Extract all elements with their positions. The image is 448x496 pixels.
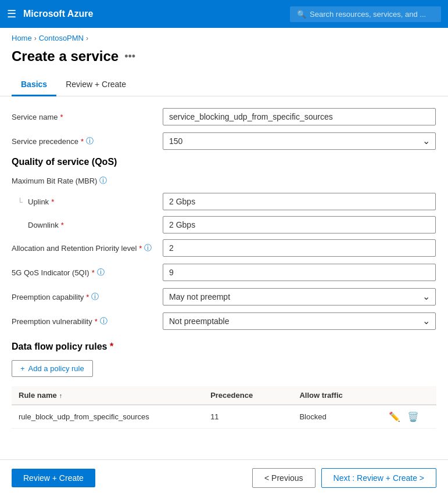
tabs-bar: Basics Review + Create	[0, 74, 448, 96]
alloc-label: Allocation and Retention Priority level …	[12, 243, 163, 253]
breadcrumb-sep2: ›	[86, 34, 88, 42]
preemption-vuln-info-icon[interactable]: ⓘ	[100, 316, 107, 326]
service-name-required: *	[60, 113, 63, 121]
topbar: ☰ Microsoft Azure 🔍	[0, 0, 448, 28]
previous-button[interactable]: < Previous	[252, 468, 316, 488]
preemption-vuln-label: Preemption vulnerability * ⓘ	[12, 316, 163, 326]
qos-section-title: Quality of service (QoS)	[12, 157, 436, 167]
rules-table-body: rule_block_udp_from_specific_sources 11 …	[12, 405, 436, 429]
preemption-cap-control: May not preempt May preempt	[163, 288, 436, 305]
rule-traffic-cell: Blocked	[292, 405, 381, 429]
add-rule-label: Add a policy rule	[28, 364, 84, 373]
service-name-row: Service name *	[12, 108, 436, 125]
preemption-cap-label: Preemption capability * ⓘ	[12, 292, 163, 302]
service-name-input[interactable]	[163, 108, 436, 125]
col-header-rule-name[interactable]: Rule name ↑	[12, 386, 203, 405]
preemption-vuln-row: Preemption vulnerability * ⓘ Not preempt…	[12, 312, 436, 330]
qos-indicator-control	[163, 264, 436, 281]
breadcrumb: Home › ContosoPMN ›	[0, 28, 448, 46]
preemption-vuln-required: *	[95, 317, 98, 326]
alloc-control	[163, 239, 436, 257]
rules-table-header: Rule name ↑ Precedence Allow traffic	[12, 386, 436, 405]
page-header: Create a service •••	[0, 46, 448, 74]
sort-arrow-name: ↑	[59, 392, 63, 399]
policy-rules-title: Data flow policy rules *	[12, 342, 436, 352]
service-name-control	[163, 108, 436, 125]
qos-indicator-required: *	[92, 268, 95, 277]
uplink-row: Uplink *	[12, 193, 436, 210]
alloc-input[interactable]	[163, 239, 436, 257]
review-create-button-bottom[interactable]: Review + Create	[12, 469, 95, 487]
next-review-create-button[interactable]: Next : Review + Create >	[321, 468, 436, 488]
tab-basics[interactable]: Basics	[12, 74, 56, 96]
col-header-allow-traffic[interactable]: Allow traffic	[292, 386, 381, 405]
add-policy-rule-button[interactable]: + Add a policy rule	[12, 360, 93, 377]
edit-rule-icon[interactable]: ✏️	[389, 411, 400, 422]
qos-indicator-label: 5G QoS Indicator (5QI) * ⓘ	[12, 267, 163, 278]
downlink-required: *	[61, 221, 64, 229]
preemption-vuln-control: Not preemptable Preemptable	[163, 312, 436, 330]
breadcrumb-home[interactable]: Home	[12, 34, 32, 42]
alloc-info-icon[interactable]: ⓘ	[144, 243, 152, 253]
downlink-control	[163, 216, 436, 233]
service-precedence-row: Service precedence * ⓘ 150	[12, 132, 436, 150]
qos-indicator-input[interactable]	[163, 264, 436, 281]
service-precedence-control: 150	[163, 132, 436, 150]
uplink-input[interactable]	[163, 193, 436, 210]
preemption-cap-select[interactable]: May not preempt May preempt	[163, 288, 436, 305]
tab-review-create[interactable]: Review + Create	[56, 74, 135, 96]
delete-rule-icon[interactable]: 🗑️	[407, 411, 419, 422]
service-precedence-info-icon[interactable]: ⓘ	[86, 136, 94, 146]
qos-indicator-info-icon[interactable]: ⓘ	[97, 267, 105, 278]
action-icons: ✏️ 🗑️	[389, 411, 429, 422]
mbr-info-icon[interactable]: ⓘ	[99, 175, 107, 186]
uplink-label: Uplink *	[28, 197, 163, 206]
service-name-label: Service name *	[12, 113, 163, 121]
search-input[interactable]	[310, 10, 426, 19]
preemption-vuln-select[interactable]: Not preemptable Preemptable	[163, 312, 436, 330]
downlink-label: Downlink *	[28, 221, 163, 229]
add-icon: +	[20, 364, 25, 373]
policy-rules-section: Data flow policy rules * + Add a policy …	[12, 342, 436, 429]
col-header-precedence[interactable]: Precedence	[203, 386, 292, 405]
downlink-row: Downlink *	[12, 216, 436, 233]
col-header-actions	[382, 386, 436, 405]
service-precedence-required: *	[81, 137, 84, 146]
preemption-cap-row: Preemption capability * ⓘ May not preemp…	[12, 288, 436, 305]
table-row: rule_block_udp_from_specific_sources 11 …	[12, 405, 436, 429]
downlink-input[interactable]	[163, 216, 436, 233]
hamburger-icon[interactable]: ☰	[7, 8, 16, 20]
uplink-control	[163, 193, 436, 210]
main-content: Service name * Service precedence * ⓘ 15…	[0, 96, 448, 459]
rules-table: Rule name ↑ Precedence Allow traffic rul…	[12, 386, 436, 429]
search-icon: 🔍	[297, 10, 306, 19]
mbr-label: Maximum Bit Rate (MBR) ⓘ	[12, 175, 163, 186]
page-options-icon[interactable]: •••	[124, 51, 135, 63]
rule-actions-cell: ✏️ 🗑️	[382, 405, 436, 429]
alloc-required: *	[139, 244, 142, 253]
preemption-cap-required: *	[86, 293, 89, 301]
rule-name-cell: rule_block_udp_from_specific_sources	[12, 405, 203, 429]
mbr-label-row: Maximum Bit Rate (MBR) ⓘ	[12, 175, 436, 186]
page-title: Create a service	[12, 48, 119, 64]
service-precedence-select[interactable]: 150	[163, 132, 436, 150]
breadcrumb-sep1: ›	[34, 34, 37, 42]
policy-rules-required: *	[110, 342, 113, 351]
qos-indicator-row: 5G QoS Indicator (5QI) * ⓘ	[12, 264, 436, 281]
breadcrumb-parent[interactable]: ContosoPMN	[39, 34, 84, 42]
app-title: Microsoft Azure	[23, 9, 283, 19]
service-precedence-label: Service precedence * ⓘ	[12, 136, 163, 146]
preemption-cap-info-icon[interactable]: ⓘ	[91, 292, 99, 302]
uplink-required: *	[51, 197, 54, 206]
alloc-row: Allocation and Retention Priority level …	[12, 239, 436, 257]
search-box[interactable]: 🔍	[290, 6, 441, 22]
bottom-bar: Review + Create < Previous Next : Review…	[0, 459, 448, 496]
rule-precedence-cell: 11	[203, 405, 292, 429]
